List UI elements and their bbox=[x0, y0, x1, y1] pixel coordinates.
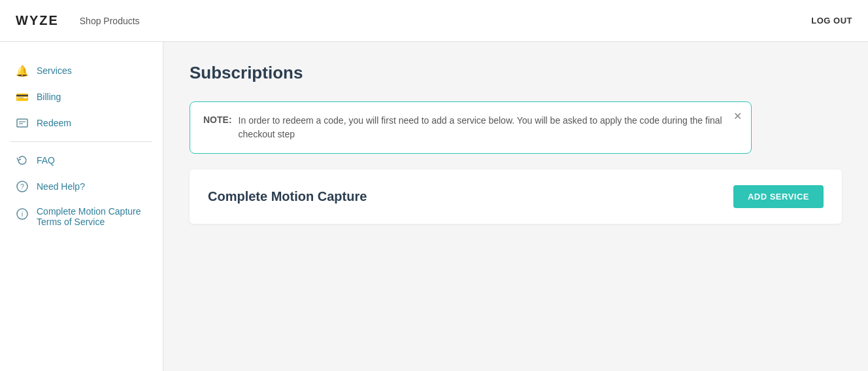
main-content: Subscriptions NOTE: In order to redeem a… bbox=[163, 42, 868, 371]
sidebar-label-tos: Complete Motion Capture Terms of Service bbox=[37, 206, 147, 227]
note-box: NOTE: In order to redeem a code, you wil… bbox=[190, 101, 752, 154]
refresh-icon bbox=[16, 154, 29, 167]
service-card: Complete Motion Capture ADD SERVICE bbox=[190, 169, 842, 224]
shop-products-link[interactable]: Shop Products bbox=[80, 16, 140, 26]
header-left: WYZE Shop Products bbox=[16, 13, 140, 28]
sidebar-label-redeem: Redeem bbox=[37, 118, 71, 128]
svg-text:i: i bbox=[22, 210, 23, 218]
sidebar-label-faq: FAQ bbox=[37, 155, 55, 166]
note-close-button[interactable]: ✕ bbox=[733, 111, 742, 122]
logout-button[interactable]: LOG OUT bbox=[811, 16, 852, 26]
sidebar-label-billing: Billing bbox=[37, 92, 61, 102]
sidebar-item-billing[interactable]: 💳 Billing bbox=[0, 84, 163, 110]
note-text: In order to redeem a code, you will firs… bbox=[239, 114, 725, 141]
sidebar-label-services: Services bbox=[37, 65, 72, 76]
note-box-inner: NOTE: In order to redeem a code, you wil… bbox=[203, 114, 725, 141]
sidebar-label-need-help: Need Help? bbox=[37, 181, 85, 192]
svg-text:?: ? bbox=[20, 183, 24, 190]
header: WYZE Shop Products LOG OUT bbox=[0, 0, 868, 42]
bell-icon: 🔔 bbox=[16, 64, 29, 77]
sidebar-item-faq[interactable]: FAQ bbox=[0, 147, 163, 173]
ticket-icon bbox=[16, 116, 29, 130]
wyze-logo: WYZE bbox=[16, 13, 59, 28]
add-service-button[interactable]: ADD SERVICE bbox=[733, 185, 824, 208]
page-title: Subscriptions bbox=[190, 63, 842, 83]
service-name: Complete Motion Capture bbox=[208, 189, 367, 204]
layout: 🔔 Services 💳 Billing Redeem bbox=[0, 42, 868, 371]
sidebar-item-services[interactable]: 🔔 Services bbox=[0, 58, 163, 84]
sidebar-item-need-help[interactable]: ? Need Help? bbox=[0, 173, 163, 200]
svg-rect-0 bbox=[17, 119, 27, 127]
help-icon: ? bbox=[16, 180, 29, 193]
sidebar-item-tos[interactable]: i Complete Motion Capture Terms of Servi… bbox=[0, 200, 163, 234]
credit-card-icon: 💳 bbox=[16, 90, 29, 103]
sidebar-divider bbox=[10, 141, 152, 142]
sidebar-item-redeem[interactable]: Redeem bbox=[0, 110, 163, 136]
info-icon: i bbox=[16, 207, 29, 221]
note-label: NOTE: bbox=[203, 114, 232, 125]
sidebar: 🔔 Services 💳 Billing Redeem bbox=[0, 42, 163, 371]
